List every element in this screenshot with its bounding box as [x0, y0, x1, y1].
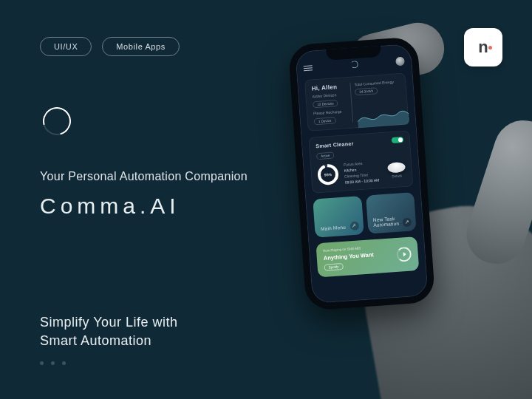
cleaner-status-chip: Active: [316, 152, 335, 160]
hand-thumb: [459, 113, 532, 272]
robot-vacuum-icon: Details: [387, 161, 406, 178]
arrow-icon: ↗: [349, 221, 359, 231]
phone-mockup: Hi, Allen Active Devices 12 Devices Plea…: [288, 36, 436, 310]
pill-uiux[interactable]: UI/UX: [40, 37, 92, 56]
loading-spinner-icon: [38, 102, 76, 140]
energy-wave-graph: [357, 103, 410, 129]
badge-accent-dot: [488, 46, 492, 50]
pill-mobile-apps[interactable]: Mobile Apps: [102, 37, 180, 56]
now-playing-app-pill: Spotify: [324, 263, 343, 271]
footer-line-1: Simplify Your Life with: [40, 313, 178, 331]
menu-icon[interactable]: [304, 65, 313, 71]
energy-chip[interactable]: 34.3 kWh: [355, 87, 378, 95]
cleaner-progress-value: 95%: [320, 167, 335, 183]
carousel-dots[interactable]: [40, 361, 178, 365]
details-link[interactable]: Details: [388, 173, 406, 178]
now-playing-card[interactable]: Now Playing on SNS A83 Anything You Want…: [316, 236, 419, 277]
app-logo-icon: [350, 61, 358, 69]
tile-main-menu[interactable]: Main Menu ↗: [313, 196, 364, 237]
tile-new-task-automation[interactable]: New Task Automation ↗: [366, 192, 417, 233]
smart-cleaner-card: Smart Cleaner Active 95% Focus Area Kitc…: [308, 130, 413, 193]
app-badge[interactable]: n: [464, 28, 502, 66]
energy-label: Total Consumed Energy: [354, 79, 399, 86]
tagline-text: Your Personal Automation Companion: [40, 170, 248, 183]
cleaner-progress-ring: 95%: [317, 163, 339, 185]
arrow-icon: ↗: [402, 217, 412, 227]
play-button-icon[interactable]: [396, 247, 412, 262]
carousel-dot[interactable]: [51, 361, 55, 365]
carousel-dot[interactable]: [62, 361, 66, 365]
smart-cleaner-toggle[interactable]: [392, 137, 404, 143]
tile-label: Main Menu: [321, 225, 346, 231]
smart-cleaner-title: Smart Cleaner: [316, 140, 354, 149]
active-devices-chip[interactable]: 12 Devices: [313, 100, 338, 108]
recharge-chip[interactable]: 1 Device: [314, 117, 336, 125]
avatar[interactable]: [395, 57, 405, 66]
brand-title: Comma.AI: [40, 194, 180, 219]
app-badge-letter: n: [478, 38, 488, 57]
cleaner-meta: Focus Area Kitchen Cleaning Time 09:00 A…: [344, 159, 383, 185]
footer-line-2: Smart Automation: [40, 332, 178, 349]
greeting-card: Hi, Allen Active Devices 12 Devices Plea…: [304, 73, 409, 132]
carousel-dot[interactable]: [40, 361, 44, 365]
